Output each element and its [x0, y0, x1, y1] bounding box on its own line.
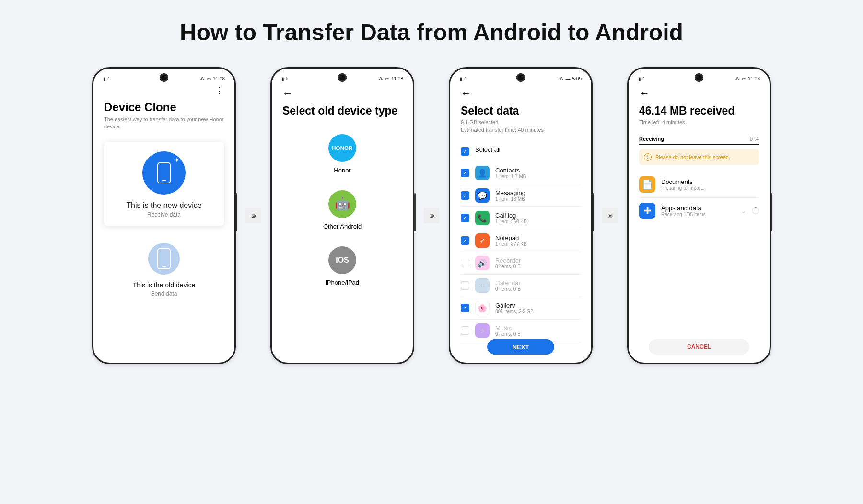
- android-label: Other Android: [282, 223, 402, 230]
- battery-icon: ▬: [566, 76, 571, 81]
- bluetooth-icon: ⁂: [735, 76, 740, 81]
- phone-4: ▮ ⩯ ⁂▭11:08 ← 46.14 MB received Time lef…: [627, 67, 771, 364]
- warning-icon: !: [644, 153, 652, 161]
- checkbox-icon[interactable]: [461, 326, 469, 335]
- select-all-row[interactable]: ✓ Select all: [461, 140, 581, 162]
- next-button[interactable]: NEXT: [487, 339, 554, 355]
- more-icon[interactable]: ⋮: [215, 85, 224, 96]
- item-title: Contacts: [495, 167, 581, 174]
- category-icon: 31: [475, 278, 490, 293]
- battery-icon: ▭: [385, 76, 389, 81]
- item-sub: 1 item, 13 MB: [495, 196, 581, 202]
- received-heading: 46.14 MB received: [639, 104, 759, 118]
- apps-icon: ✚: [639, 203, 655, 219]
- data-row[interactable]: 31Calendar0 items, 0 B: [461, 275, 581, 297]
- category-icon: 💬: [475, 188, 490, 203]
- checkbox-icon[interactable]: ✓: [461, 191, 469, 200]
- step-arrow: ›››: [245, 208, 261, 223]
- camera-cutout: [516, 73, 525, 82]
- category-icon: 🌸: [475, 301, 490, 315]
- status-left-icons: ▮ ⩯: [281, 76, 288, 81]
- bluetooth-icon: ⁂: [378, 76, 383, 81]
- category-icon: ♪: [475, 323, 490, 338]
- item-title: Recorder: [495, 257, 581, 264]
- phone-3: ▮ ⩯ ⁂▬5:09 ← Select data 9.1 GB selected…: [449, 67, 593, 364]
- phone-1: ▮ ⩯ ⁂▭11:08 ⋮ Device Clone The easiest w…: [92, 67, 236, 364]
- option-ios[interactable]: iOS iPhone/iPad: [282, 246, 402, 286]
- data-row[interactable]: ✓✓Notepad1 item, 877 KB: [461, 229, 581, 252]
- select-device-heading: Select old device type: [282, 104, 402, 118]
- data-row[interactable]: ✓💬Messaging1 item, 13 MB: [461, 184, 581, 207]
- item-title: Notepad: [495, 234, 581, 241]
- honor-label: Honor: [282, 167, 402, 174]
- chevron-down-icon[interactable]: ⌄: [741, 207, 746, 215]
- data-row[interactable]: ✓📞Call log1 item, 360 KB: [461, 207, 581, 229]
- phone-2: ▮ ⩯ ⁂▭11:08 ← Select old device type HON…: [270, 67, 414, 364]
- status-time: 11:08: [748, 76, 760, 81]
- page-title: How to Transfer Data from Android to And…: [0, 19, 863, 46]
- bluetooth-icon: ⁂: [200, 76, 205, 81]
- item-sub: 1 item, 1.7 MB: [495, 174, 581, 179]
- data-list: ✓👤Contacts1 item, 1.7 MB✓💬Messaging1 ite…: [461, 162, 581, 342]
- item-sub: 0 items, 0 B: [495, 332, 581, 337]
- documents-sub: Preparing to import...: [661, 185, 759, 191]
- honor-icon: HONOR: [328, 134, 356, 162]
- ios-label: iPhone/iPad: [282, 279, 402, 286]
- android-icon: 🤖: [328, 190, 356, 218]
- step-arrow: ›››: [602, 208, 618, 223]
- status-left-icons: ▮ ⩯: [103, 76, 110, 81]
- select-all-label: Select all: [475, 144, 501, 158]
- option-honor[interactable]: HONOR Honor: [282, 134, 402, 174]
- device-clone-sub: The easiest way to transfer data to your…: [104, 116, 224, 130]
- back-icon[interactable]: ←: [639, 87, 650, 99]
- camera-cutout: [338, 73, 347, 82]
- apps-row[interactable]: ✚ Apps and data Receiving 1/35 items ⌄: [639, 198, 759, 224]
- old-device-sub: Send data: [104, 290, 224, 297]
- back-icon[interactable]: ←: [461, 87, 471, 99]
- receiving-label: Receiving: [639, 136, 664, 142]
- spinner-icon: [752, 207, 759, 214]
- item-sub: 1 item, 877 KB: [495, 241, 581, 247]
- cancel-button[interactable]: CANCEL: [649, 339, 749, 355]
- status-time: 11:08: [213, 76, 225, 81]
- battery-icon: ▭: [207, 76, 211, 81]
- item-title: Call log: [495, 212, 581, 219]
- data-row[interactable]: ✓👤Contacts1 item, 1.7 MB: [461, 162, 581, 184]
- new-device-sub: Receive data: [109, 211, 219, 218]
- checkbox-icon[interactable]: [461, 281, 469, 290]
- new-device-title: This is the new device: [109, 201, 219, 210]
- new-device-icon: ✦: [142, 151, 186, 195]
- checkbox-icon[interactable]: ✓: [461, 169, 469, 177]
- old-device-title: This is the old device: [104, 281, 224, 289]
- receiving-header: Receiving 0 %: [639, 133, 759, 145]
- sparkle-icon: ✦: [174, 156, 180, 164]
- checkbox-icon[interactable]: ✓: [461, 147, 469, 156]
- camera-cutout: [695, 73, 703, 82]
- back-icon[interactable]: ←: [282, 87, 293, 99]
- time-left: Time left: 4 minutes: [639, 119, 759, 126]
- old-device-card[interactable]: This is the old device Send data: [104, 243, 224, 297]
- checkbox-icon[interactable]: ✓: [461, 304, 469, 312]
- item-sub: 1 item, 360 KB: [495, 219, 581, 224]
- new-device-card[interactable]: ✦ This is the new device Receive data: [104, 142, 224, 226]
- documents-row[interactable]: 📄 Documents Preparing to import...: [639, 172, 759, 197]
- camera-cutout: [160, 73, 168, 82]
- data-row[interactable]: 🔊Recorder0 items, 0 B: [461, 252, 581, 275]
- item-title: Music: [495, 324, 581, 332]
- option-other-android[interactable]: 🤖 Other Android: [282, 190, 402, 230]
- status-left-icons: ▮ ⩯: [460, 76, 466, 81]
- checkbox-icon[interactable]: [461, 259, 469, 267]
- category-icon: ✓: [475, 233, 490, 248]
- battery-icon: ▭: [742, 76, 746, 81]
- data-row[interactable]: ✓🌸Gallery801 items, 2.9 GB: [461, 297, 581, 320]
- receiving-pct: 0 %: [750, 136, 759, 142]
- item-title: Calendar: [495, 279, 581, 286]
- category-icon: 👤: [475, 166, 490, 180]
- checkbox-icon[interactable]: ✓: [461, 214, 469, 222]
- item-title: Messaging: [495, 189, 581, 196]
- checkbox-icon[interactable]: ✓: [461, 236, 469, 245]
- warning-text: Please do not leave this screen.: [655, 154, 730, 160]
- bluetooth-icon: ⁂: [559, 76, 564, 81]
- select-data-heading: Select data: [461, 104, 581, 118]
- status-time: 5:09: [572, 76, 582, 81]
